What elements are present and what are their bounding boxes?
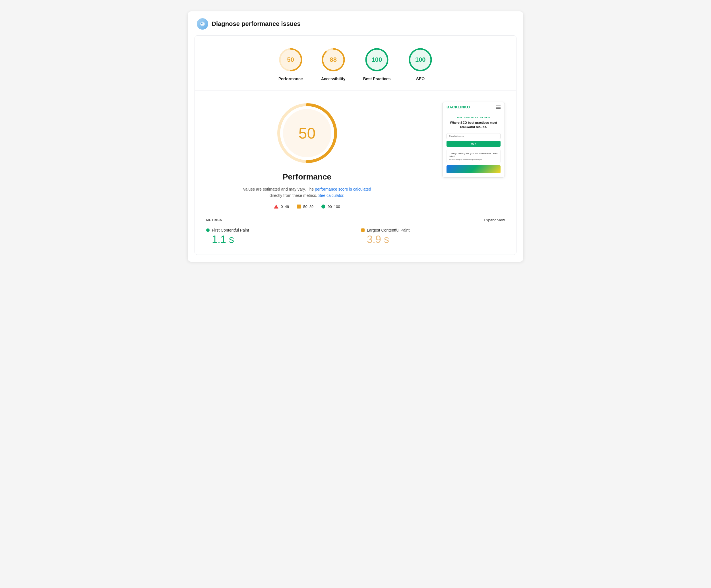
score-item-best-practices: 100 Best Practices (363, 47, 391, 81)
score-item-seo: 100 SEO (408, 47, 433, 81)
hamburger-icon (496, 106, 500, 109)
metrics-title: METRICS (206, 218, 222, 222)
metric-fcp-header: First Contentful Paint (206, 228, 350, 232)
score-number-seo: 100 (415, 56, 426, 63)
legend-item-red: 0–49 (274, 205, 289, 209)
preview-email-input[interactable] (447, 133, 500, 139)
score-label-seo: SEO (416, 77, 425, 81)
score-label-accessibility: Accessibility (321, 77, 346, 81)
header: Diagnose performance issues (188, 12, 523, 35)
preview-testimonial: "I thought the blog was good. But the ne… (447, 150, 500, 163)
score-label-performance: Performance (278, 77, 303, 81)
detail-title: Performance (283, 172, 331, 182)
score-number-performance: 50 (287, 56, 294, 63)
metrics-header: METRICS Expand view (206, 218, 505, 222)
preview-header: BACKLINKO (443, 102, 504, 112)
legend-label-green: 90–100 (328, 205, 340, 209)
orange-square-icon (297, 205, 301, 209)
preview-logo: BACKLINKO (447, 105, 470, 109)
performance-score-link[interactable]: performance score is calculated (315, 187, 371, 191)
testimonial-text: "I thought the blog was good. But the ne… (449, 152, 498, 158)
preview-try-button[interactable]: Try It (447, 141, 500, 147)
metric-fcp: First Contentful Paint 1.1 s (206, 228, 350, 246)
metric-lcp-header: Largest Contentful Paint (361, 228, 505, 232)
score-circle-performance: 50 (278, 47, 303, 72)
legend-label-red: 0–49 (281, 205, 289, 209)
metric-fcp-name: First Contentful Paint (212, 228, 249, 232)
main-card: 50 Performance 88 Accessibility 100 Best (195, 35, 516, 255)
preview-subtitle: WELCOME TO BACKLINKO (447, 117, 500, 119)
score-item-performance: 50 Performance (278, 47, 303, 81)
score-circle-accessibility: 88 (321, 47, 346, 72)
green-circle-icon (321, 205, 325, 209)
metric-fcp-value: 1.1 s (212, 234, 350, 246)
red-triangle-icon (274, 205, 278, 209)
detail-section: 50 Performance Values are estimated and … (195, 90, 516, 218)
preview-banner (447, 165, 500, 173)
website-preview: BACKLINKO WELCOME TO BACKLINKO Where SEO… (442, 102, 505, 177)
score-number-accessibility: 88 (330, 56, 337, 63)
page-title: Diagnose performance issues (212, 20, 301, 27)
app-icon (197, 18, 208, 29)
legend: 0–49 50–89 90–100 (274, 205, 340, 209)
big-score-number: 50 (298, 124, 316, 142)
big-score-circle: 50 (276, 102, 339, 164)
description-mid: directly from these metrics. (270, 193, 317, 198)
testimonial-author: Kieran Flanagan, VP Marketing at HubSpot (449, 159, 498, 161)
svg-point-2 (201, 22, 203, 24)
score-circle-seo: 100 (408, 47, 433, 72)
metric-dot-green (206, 228, 210, 232)
metric-lcp-value: 3.9 s (367, 234, 505, 246)
score-item-accessibility: 88 Accessibility (321, 47, 346, 81)
scores-section: 50 Performance 88 Accessibility 100 Best (195, 36, 516, 90)
legend-item-green: 90–100 (321, 205, 340, 209)
detail-left: 50 Performance Values are estimated and … (206, 102, 408, 209)
legend-item-orange: 50–89 (297, 205, 314, 209)
vertical-divider (425, 102, 425, 209)
metric-lcp-name: Largest Contentful Paint (367, 228, 410, 232)
legend-label-orange: 50–89 (303, 205, 314, 209)
score-number-best-practices: 100 (372, 56, 382, 63)
metric-dot-orange (361, 228, 365, 232)
description-text: Values are estimated and may vary. The (243, 187, 314, 191)
preview-body: WELCOME TO BACKLINKO Where SEO best prac… (443, 112, 504, 177)
score-circle-best-practices: 100 (364, 47, 390, 72)
score-label-best-practices: Best Practices (363, 77, 391, 81)
metrics-grid: First Contentful Paint 1.1 s Largest Con… (206, 228, 505, 246)
metrics-section: METRICS Expand view First Contentful Pai… (195, 218, 516, 255)
metric-lcp: Largest Contentful Paint 3.9 s (361, 228, 505, 246)
detail-right: BACKLINKO WELCOME TO BACKLINKO Where SEO… (442, 102, 505, 177)
detail-description: Values are estimated and may vary. The p… (239, 186, 375, 199)
expand-view-button[interactable]: Expand view (484, 218, 505, 222)
page-container: Diagnose performance issues 50 Performan… (188, 12, 523, 262)
preview-heading: Where SEO best practices meet real-world… (447, 121, 500, 129)
calculator-link[interactable]: See calculator. (318, 193, 344, 198)
